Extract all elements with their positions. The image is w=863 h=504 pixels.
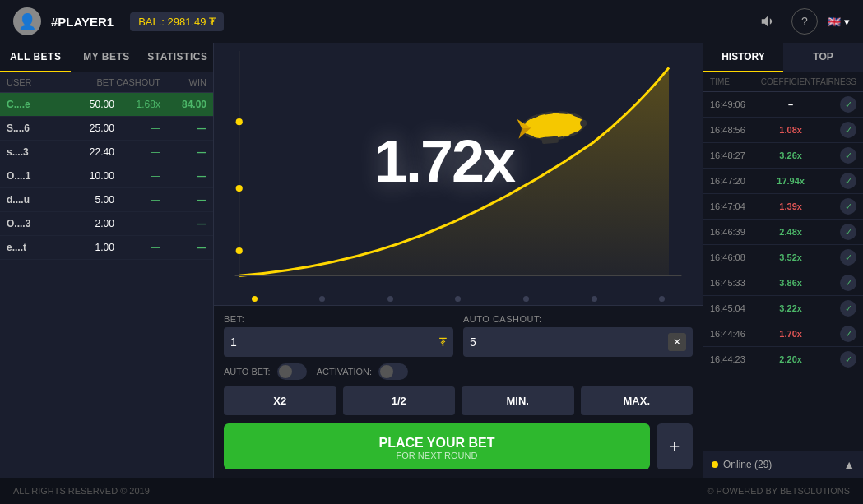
bet-win: — xyxy=(160,218,206,229)
history-row: 16:48:56 1.08x ✓ xyxy=(703,118,863,143)
bet-user: d....u xyxy=(7,194,68,206)
bet-amount: 50.00 xyxy=(68,99,114,110)
tab-my-bets[interactable]: MY BETS xyxy=(71,43,142,72)
dot-6 xyxy=(659,296,665,302)
bet-rows-container: C....e 50.00 1.68x 84.00 S....6 25.00 — … xyxy=(0,93,213,260)
fair-check-icon[interactable]: ✓ xyxy=(840,198,856,215)
bet-input[interactable] xyxy=(230,335,436,349)
dot-4 xyxy=(523,296,529,302)
fair-check-icon[interactable]: ✓ xyxy=(840,224,856,240)
avatar: 👤 xyxy=(13,7,41,35)
bet-user: O....1 xyxy=(7,170,68,182)
history-coeff: 1.39x xyxy=(763,201,819,211)
bet-cashout: 1.68x xyxy=(114,99,160,110)
clear-autocashout-button[interactable]: ✕ xyxy=(668,333,686,351)
col-header-user: USER xyxy=(7,77,68,87)
bet-row: d....u 5.00 — — xyxy=(0,188,213,212)
online-count: Online (29) xyxy=(723,459,772,470)
help-icon[interactable]: ? xyxy=(791,8,818,35)
header: 👤 #PLAYER1 BAL.: 2981.49 ₮ ? 🇬🇧 ▾ xyxy=(0,0,863,43)
bet-amount: 2.00 xyxy=(68,218,114,229)
dot-5 xyxy=(592,296,597,302)
dot-2 xyxy=(387,296,393,302)
tab-top[interactable]: TOP xyxy=(783,43,863,72)
tab-history[interactable]: HISTORY xyxy=(703,43,783,72)
footer: ALL RIGHTS RESERVED © 2019 © POWERED BY … xyxy=(0,478,863,504)
history-coeff: 1.70x xyxy=(763,329,819,339)
history-time: 16:48:56 xyxy=(710,125,763,135)
history-row: 16:47:20 17.94x ✓ xyxy=(703,169,863,194)
auto-cashout-label: AUTO CASHOUT: xyxy=(463,314,693,324)
history-row: 16:48:27 3.26x ✓ xyxy=(703,143,863,169)
bet-currency: ₮ xyxy=(439,335,447,349)
online-indicator xyxy=(712,461,718,468)
bet-win: — xyxy=(160,146,206,158)
dot-1 xyxy=(319,296,325,302)
col-header-time: TIME xyxy=(710,77,761,86)
game-panel: 1.72x xyxy=(214,43,703,478)
history-fair: ✓ xyxy=(819,326,856,342)
history-row: 16:46:08 3.52x ✓ xyxy=(703,245,863,270)
flag-emoji: 🇬🇧 xyxy=(828,16,841,28)
history-time: 16:47:20 xyxy=(710,176,763,186)
history-fair: ✓ xyxy=(819,173,856,189)
fair-check-icon[interactable]: ✓ xyxy=(840,351,856,368)
main-layout: ALL BETS MY BETS STATISTICS USER BET CAS… xyxy=(0,43,863,478)
bet-amount: 1.00 xyxy=(68,242,114,253)
tab-statistics[interactable]: STATISTICS xyxy=(142,43,213,72)
bottom-dots xyxy=(214,293,703,305)
bet-row: S....6 25.00 — — xyxy=(0,117,213,141)
footer-right: © POWERED BY BETSOLUTIONS xyxy=(707,486,850,496)
svg-point-4 xyxy=(236,247,243,254)
bet-amount: 25.00 xyxy=(68,123,114,134)
col-header-win: WIN xyxy=(160,77,206,87)
min-button[interactable]: MIN. xyxy=(462,386,574,415)
bet-win: — xyxy=(160,170,206,182)
history-coeff: 2.20x xyxy=(763,354,819,364)
add-bet-button[interactable]: + xyxy=(657,423,693,469)
balance-currency: ₮ xyxy=(209,16,216,28)
bet-row: O....3 2.00 — — xyxy=(0,212,213,236)
x2-button[interactable]: X2 xyxy=(224,386,336,415)
history-coeff: 3.22x xyxy=(763,303,819,313)
col-header-cashout: CASHOUT xyxy=(114,77,160,87)
bet-amount: 22.40 xyxy=(68,146,114,158)
tab-all-bets[interactable]: ALL BETS xyxy=(0,43,71,72)
history-fair: ✓ xyxy=(819,198,856,215)
bet-cashout: — xyxy=(114,194,160,206)
history-row: 16:46:39 2.48x ✓ xyxy=(703,220,863,245)
auto-cashout-input[interactable] xyxy=(470,335,668,349)
quick-bet-row: X2 1/2 MIN. MAX. xyxy=(224,386,693,415)
bet-input-wrap: ₮ xyxy=(224,327,453,357)
bet-amount: 5.00 xyxy=(68,194,114,206)
history-coeff: 17.94x xyxy=(763,176,819,186)
history-coeff: 3.26x xyxy=(763,150,819,160)
bet-user: S....6 xyxy=(7,123,68,134)
fair-check-icon[interactable]: ✓ xyxy=(840,300,856,317)
history-row: 16:47:04 1.39x ✓ xyxy=(703,194,863,220)
language-selector[interactable]: 🇬🇧 ▾ xyxy=(828,16,850,28)
fair-check-icon[interactable]: ✓ xyxy=(840,275,856,291)
max-button[interactable]: MAX. xyxy=(581,386,694,415)
fair-check-icon[interactable]: ✓ xyxy=(840,147,856,164)
fair-check-icon[interactable]: ✓ xyxy=(840,326,856,342)
sound-icon[interactable] xyxy=(755,8,782,35)
auto-bet-toggle[interactable] xyxy=(277,363,307,380)
bets-table-header: USER BET CASHOUT WIN xyxy=(0,72,213,93)
half-button[interactable]: 1/2 xyxy=(343,386,456,415)
history-time: 16:46:08 xyxy=(710,252,763,262)
fair-check-icon[interactable]: ✓ xyxy=(840,249,856,266)
right-panel: HISTORY TOP TIME COEFFICIENT FAIRNESS 16… xyxy=(703,43,863,478)
activation-toggle[interactable] xyxy=(378,363,408,380)
bet-row: C....e 50.00 1.68x 84.00 xyxy=(0,93,213,117)
history-time: 16:44:23 xyxy=(710,354,763,364)
fair-check-icon[interactable]: ✓ xyxy=(840,122,856,138)
fair-check-icon[interactable]: ✓ xyxy=(840,173,856,189)
right-tabs-bar: HISTORY TOP xyxy=(703,43,863,72)
col-header-coeff: COEFFICIENT xyxy=(761,77,816,86)
history-coeff: 3.86x xyxy=(763,278,819,288)
place-bet-button[interactable]: PLACE YOUR BET FOR NEXT ROUND xyxy=(224,423,650,469)
username: #PLAYER1 xyxy=(51,15,114,29)
online-chevron-icon[interactable]: ▲ xyxy=(843,458,855,471)
fair-check-icon[interactable]: ✓ xyxy=(840,96,856,113)
